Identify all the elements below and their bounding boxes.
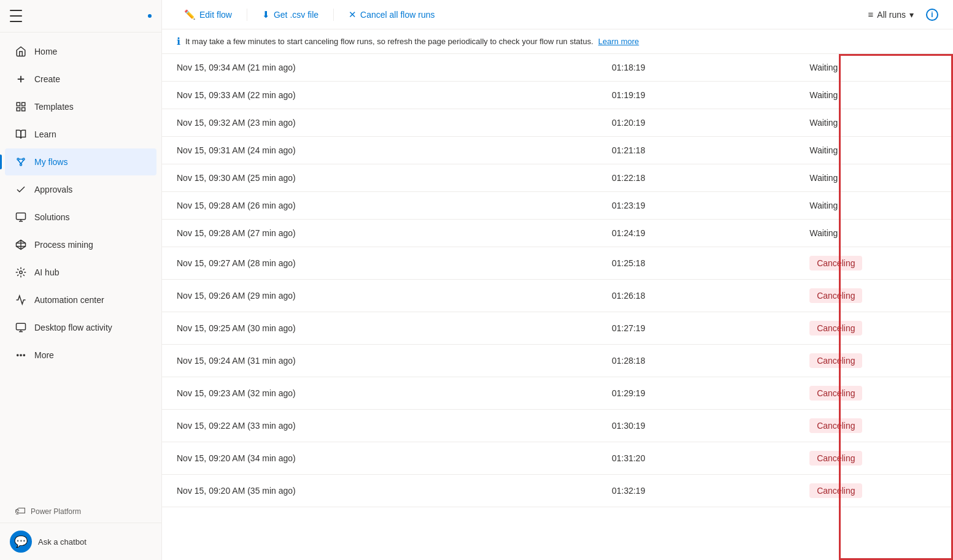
notice-bar: ℹ It may take a few minutes to start can… [162, 29, 953, 54]
sidebar-footer: 💬 Ask a chatbot [0, 523, 161, 560]
table-row[interactable]: Nov 15, 09:31 AM (24 min ago)01:21:18Wai… [162, 137, 953, 164]
status-canceling: Canceling [809, 451, 862, 466]
table-row[interactable]: Nov 15, 09:24 AM (31 min ago)01:28:18Can… [162, 345, 953, 377]
sidebar-item-label-more: More [34, 350, 54, 360]
run-duration: 01:32:19 [597, 475, 795, 507]
approvals-icon [15, 183, 27, 196]
download-icon: ⬇ [262, 9, 270, 20]
sidebar-item-learn[interactable]: Learn [5, 121, 156, 148]
sidebar-item-home[interactable]: Home [5, 38, 156, 65]
run-duration: 01:19:19 [597, 82, 795, 109]
run-status: Canceling [795, 345, 953, 377]
sidebar-item-automation-center[interactable]: Automation center [5, 286, 156, 313]
status-waiting: Waiting [809, 145, 838, 155]
table-row[interactable]: Nov 15, 09:28 AM (27 min ago)01:24:19Wai… [162, 220, 953, 247]
table-row[interactable]: Nov 15, 09:25 AM (30 min ago)01:27:19Can… [162, 312, 953, 345]
run-status: Canceling [795, 247, 953, 280]
table-row[interactable]: Nov 15, 09:27 AM (28 min ago)01:25:18Can… [162, 247, 953, 280]
table-row[interactable]: Nov 15, 09:26 AM (29 min ago)01:26:18Can… [162, 280, 953, 312]
run-duration: 01:20:19 [597, 109, 795, 137]
status-canceling: Canceling [809, 483, 862, 498]
table-row[interactable]: Nov 15, 09:28 AM (26 min ago)01:23:19Wai… [162, 192, 953, 220]
status-canceling: Canceling [809, 353, 862, 368]
sidebar-item-create[interactable]: Create [5, 66, 156, 93]
sidebar-nav: HomeCreateTemplatesLearnMy flowsApproval… [0, 33, 161, 500]
cancel-all-button[interactable]: ✕ Cancel all flow runs [341, 6, 442, 24]
get-csv-button[interactable]: ⬇ Get .csv file [255, 6, 326, 24]
sidebar-item-desktop-flow-activity[interactable]: Desktop flow activity [5, 314, 156, 341]
sidebar-item-ai-hub[interactable]: AI hub [5, 259, 156, 286]
run-duration: 01:30:19 [597, 410, 795, 442]
sidebar-item-label-templates: Templates [34, 102, 74, 112]
sidebar-item-approvals[interactable]: Approvals [5, 176, 156, 203]
sidebar-item-process-mining[interactable]: Process mining [5, 231, 156, 258]
sidebar-item-templates[interactable]: Templates [5, 93, 156, 120]
run-date: Nov 15, 09:32 AM (23 min ago) [162, 109, 597, 137]
sidebar-item-my-flows[interactable]: My flows [5, 148, 156, 175]
run-duration: 01:26:18 [597, 280, 795, 312]
run-date: Nov 15, 09:30 AM (25 min ago) [162, 164, 597, 192]
status-canceling: Canceling [809, 321, 862, 336]
sidebar: HomeCreateTemplatesLearnMy flowsApproval… [0, 0, 162, 560]
table-row[interactable]: Nov 15, 09:20 AM (35 min ago)01:32:19Can… [162, 475, 953, 507]
svg-point-24 [20, 355, 21, 356]
table-row[interactable]: Nov 15, 09:33 AM (22 min ago)01:19:19Wai… [162, 82, 953, 109]
toolbar-right: ≡ All runs ▾ i [862, 6, 938, 23]
sidebar-item-more[interactable]: More [5, 342, 156, 369]
table-row[interactable]: Nov 15, 09:22 AM (33 min ago)01:30:19Can… [162, 410, 953, 442]
chatbot-icon: 💬 [14, 535, 28, 548]
automation-center-icon [15, 294, 27, 306]
templates-icon [15, 101, 27, 113]
sidebar-item-label-approvals: Approvals [34, 185, 72, 194]
sidebar-item-label-ai-hub: AI hub [34, 267, 59, 277]
run-status: Canceling [795, 312, 953, 345]
run-duration: 01:21:18 [597, 137, 795, 164]
run-status: Waiting [795, 109, 953, 137]
table-row[interactable]: Nov 15, 09:20 AM (34 min ago)01:31:20Can… [162, 442, 953, 475]
info-button[interactable]: i [926, 9, 938, 21]
run-status: Waiting [795, 220, 953, 247]
run-duration: 01:25:18 [597, 247, 795, 280]
svg-point-6 [17, 158, 19, 160]
run-status: Canceling [795, 442, 953, 475]
run-date: Nov 15, 09:31 AM (24 min ago) [162, 137, 597, 164]
run-date: Nov 15, 09:33 AM (22 min ago) [162, 82, 597, 109]
table-row[interactable]: Nov 15, 09:30 AM (25 min ago)01:22:18Wai… [162, 164, 953, 192]
sidebar-item-solutions[interactable]: Solutions [5, 204, 156, 231]
edit-flow-button[interactable]: ✏️ Edit flow [177, 6, 239, 24]
sidebar-item-label-automation-center: Automation center [34, 295, 104, 305]
sidebar-item-label-solutions: Solutions [34, 212, 70, 222]
solutions-icon [15, 211, 27, 223]
sidebar-item-label-learn: Learn [34, 129, 56, 139]
run-date: Nov 15, 09:24 AM (31 min ago) [162, 345, 597, 377]
svg-point-7 [23, 158, 25, 160]
run-duration: 01:29:19 [597, 377, 795, 410]
hamburger-icon[interactable] [10, 10, 22, 22]
svg-rect-4 [17, 108, 20, 111]
svg-rect-2 [17, 102, 20, 105]
main-content: ✏️ Edit flow ⬇ Get .csv file ✕ Cancel al… [162, 0, 953, 560]
learn-icon [15, 128, 27, 140]
svg-rect-20 [17, 323, 26, 330]
table-row[interactable]: Nov 15, 09:23 AM (32 min ago)01:29:19Can… [162, 377, 953, 410]
run-date: Nov 15, 09:28 AM (27 min ago) [162, 220, 597, 247]
status-canceling: Canceling [809, 386, 862, 401]
run-date: Nov 15, 09:20 AM (34 min ago) [162, 442, 597, 475]
more-icon [15, 349, 27, 361]
create-icon [15, 73, 27, 85]
status-waiting: Waiting [809, 228, 838, 238]
toolbar-separator-1 [247, 9, 247, 21]
chatbot-button[interactable]: 💬 [10, 531, 32, 553]
run-date: Nov 15, 09:34 AM (21 min ago) [162, 54, 597, 82]
chevron-down-icon: ▾ [909, 10, 914, 20]
learn-more-link[interactable]: Learn more [598, 37, 639, 46]
run-date: Nov 15, 09:25 AM (30 min ago) [162, 312, 597, 345]
table-row[interactable]: Nov 15, 09:34 AM (21 min ago)01:18:19Wai… [162, 54, 953, 82]
all-runs-filter-button[interactable]: ≡ All runs ▾ [862, 6, 920, 23]
run-duration: 01:24:19 [597, 220, 795, 247]
svg-point-19 [20, 271, 23, 274]
status-waiting: Waiting [809, 63, 838, 72]
run-status: Waiting [795, 54, 953, 82]
table-row[interactable]: Nov 15, 09:32 AM (23 min ago)01:20:19Wai… [162, 109, 953, 137]
svg-point-23 [17, 355, 18, 356]
